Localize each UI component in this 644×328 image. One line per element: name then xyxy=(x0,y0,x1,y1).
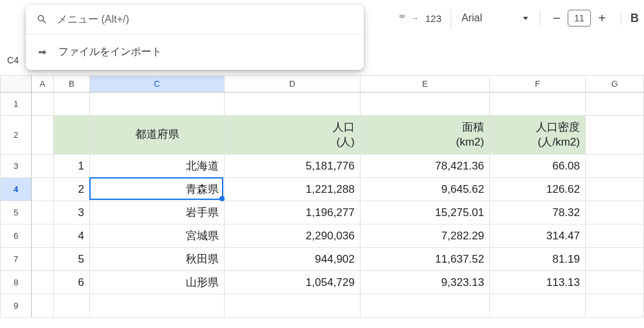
row-header[interactable]: 4 xyxy=(1,178,32,201)
select-all-corner[interactable] xyxy=(1,76,32,93)
cell[interactable]: 113.13 xyxy=(490,271,586,294)
row-header[interactable]: 8 xyxy=(1,271,32,294)
cell[interactable]: 6 xyxy=(54,271,90,294)
cell[interactable] xyxy=(586,93,644,116)
table-row: 4 2 青森県 1,221,288 9,645.62 126.62 xyxy=(1,178,644,201)
font-family-select[interactable]: Arial xyxy=(450,8,535,28)
cell[interactable] xyxy=(32,116,54,155)
cell[interactable]: 5 xyxy=(54,248,90,271)
cell[interactable]: 都道府県 xyxy=(90,116,225,155)
cell[interactable]: 11,637.52 xyxy=(361,248,490,271)
column-header[interactable]: C xyxy=(90,76,225,93)
number-format-123[interactable]: 123 xyxy=(421,13,445,24)
cell[interactable]: 秋田県 xyxy=(90,248,225,271)
column-header[interactable]: D xyxy=(225,76,361,93)
format-percent-icon[interactable]: ⁰⁰ → xyxy=(398,8,420,28)
row-header[interactable]: 1 xyxy=(1,93,32,116)
cell[interactable] xyxy=(54,294,90,318)
cell[interactable]: 2 xyxy=(54,178,90,201)
cell[interactable] xyxy=(490,294,586,318)
spreadsheet-grid[interactable]: A B C D E F G 1 2 都道府県 人口 (人) 面積 (km2) 人… xyxy=(0,75,644,328)
cell[interactable] xyxy=(32,271,54,294)
row-header[interactable]: 6 xyxy=(1,224,32,248)
cell[interactable]: 2,290,036 xyxy=(225,224,361,248)
cell[interactable] xyxy=(586,224,644,248)
row-header[interactable]: 9 xyxy=(1,294,32,318)
cell[interactable]: 岩手県 xyxy=(90,201,225,224)
cell[interactable]: 山形県 xyxy=(90,271,225,294)
cell[interactable]: 9,645.62 xyxy=(361,178,490,201)
cell[interactable]: 81.19 xyxy=(490,248,586,271)
column-header[interactable]: E xyxy=(361,76,490,93)
suggestion-label: ファイルをインポート xyxy=(58,45,162,59)
table-row: 5 3 岩手県 1,196,277 15,275.01 78.32 xyxy=(1,201,644,224)
font-size-decrease[interactable]: − xyxy=(548,10,565,27)
menu-search-input[interactable] xyxy=(57,14,353,25)
name-box[interactable]: C4 xyxy=(0,50,26,70)
row-header[interactable]: 5 xyxy=(1,201,32,224)
cell[interactable]: 1,196,277 xyxy=(225,201,361,224)
cell[interactable] xyxy=(32,224,54,248)
row-header[interactable]: 2 xyxy=(1,116,32,155)
cell[interactable] xyxy=(361,93,490,116)
cell[interactable] xyxy=(32,248,54,271)
cell[interactable] xyxy=(586,116,644,155)
table-row: 9 xyxy=(1,294,644,318)
cell[interactable] xyxy=(54,116,90,155)
cell[interactable]: 1 xyxy=(54,155,90,178)
cell[interactable]: 宮城県 xyxy=(90,224,225,248)
cell[interactable]: 944,902 xyxy=(225,248,361,271)
cell[interactable] xyxy=(490,93,586,116)
table-row: 8 6 山形県 1,054,729 9,323.13 113.13 xyxy=(1,271,644,294)
cell[interactable]: 1,054,729 xyxy=(225,271,361,294)
cell[interactable] xyxy=(225,93,361,116)
cell[interactable]: 人口密度 (人/km2) xyxy=(490,116,586,155)
cell[interactable]: 3 xyxy=(54,201,90,224)
cell[interactable] xyxy=(586,294,644,318)
row-header[interactable]: 3 xyxy=(1,155,32,178)
column-header[interactable]: G xyxy=(586,76,644,93)
suggestion-import-file[interactable]: ファイルをインポート xyxy=(26,34,364,70)
cell[interactable] xyxy=(90,294,225,318)
font-size-group: − 11 + xyxy=(546,10,613,27)
cell[interactable]: 78.32 xyxy=(490,201,586,224)
cell[interactable]: 7,282.29 xyxy=(361,224,490,248)
cell[interactable]: 78,421.36 xyxy=(361,155,490,178)
cell[interactable]: 9,323.13 xyxy=(361,271,490,294)
bold-button[interactable]: B xyxy=(621,12,639,25)
cell[interactable]: 4 xyxy=(54,224,90,248)
cell[interactable]: 青森県 xyxy=(90,178,225,201)
cell[interactable]: 126.62 xyxy=(490,178,586,201)
font-name-label: Arial xyxy=(461,12,500,24)
cell[interactable]: 314.47 xyxy=(490,224,586,248)
column-header[interactable]: B xyxy=(54,76,90,93)
menu-search-popup: ファイルをインポート xyxy=(26,5,364,70)
cell[interactable]: 5,181,776 xyxy=(225,155,361,178)
table-row: 6 4 宮城県 2,290,036 7,282.29 314.47 xyxy=(1,224,644,248)
cell[interactable] xyxy=(586,201,644,224)
cell[interactable]: 66.08 xyxy=(490,155,586,178)
cell[interactable]: 北海道 xyxy=(90,155,225,178)
column-header[interactable]: F xyxy=(490,76,586,93)
cell[interactable]: 人口 (人) xyxy=(225,116,361,155)
cell[interactable] xyxy=(225,294,361,318)
cell[interactable] xyxy=(32,155,54,178)
cell[interactable] xyxy=(32,201,54,224)
font-size-value[interactable]: 11 xyxy=(568,10,591,27)
font-size-increase[interactable]: + xyxy=(594,10,610,27)
cell[interactable] xyxy=(586,178,644,201)
row-header[interactable]: 7 xyxy=(1,248,32,271)
cell[interactable]: 15,275.01 xyxy=(361,201,490,224)
cell[interactable] xyxy=(586,271,644,294)
cell[interactable] xyxy=(32,178,54,201)
cell[interactable] xyxy=(90,93,225,116)
column-header[interactable]: A xyxy=(32,76,54,93)
cell[interactable]: 面積 (km2) xyxy=(361,116,490,155)
cell[interactable] xyxy=(54,93,90,116)
cell[interactable] xyxy=(361,294,490,318)
cell[interactable]: 1,221,288 xyxy=(225,178,361,201)
cell[interactable] xyxy=(586,155,644,178)
cell[interactable] xyxy=(32,93,54,116)
cell[interactable] xyxy=(32,294,54,318)
cell[interactable] xyxy=(586,248,644,271)
